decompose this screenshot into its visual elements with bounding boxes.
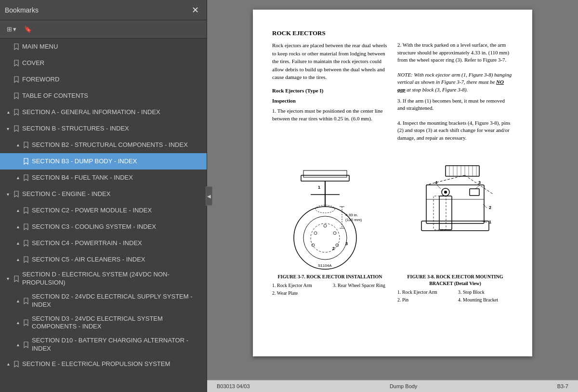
right-column: 2. With the truck parked on a level surf… bbox=[397, 41, 513, 142]
bookmark-label: SECTION D3 - 24VDC ELECTRICAL SYSTEM COM… bbox=[32, 315, 203, 331]
bookmark-icon bbox=[13, 76, 20, 83]
svg-text:4: 4 bbox=[435, 180, 437, 185]
figures-area: 4.33 in. (110 mm) 1 2 3 S1104A bbox=[272, 146, 513, 303]
expand-arrow-icon: ▸ bbox=[13, 223, 21, 231]
svg-point-19 bbox=[333, 232, 336, 235]
bookmark-item-section-d[interactable]: ▾SECTION D - ELECTRICAL SYSTEM (24VDC NO… bbox=[0, 268, 207, 290]
figure-3-7: 4.33 in. (110 mm) 1 2 3 S1104A bbox=[272, 146, 388, 303]
expand-all-button[interactable]: ⊞ ▾ bbox=[4, 24, 19, 35]
bookmark-item-section-b2[interactable]: ▸SECTION B2 - STRUCTURAL COMPONENTS - IN… bbox=[0, 137, 207, 153]
right-item-4: 4. Inspect the mounting brackets (4, Fig… bbox=[397, 119, 513, 142]
bookmark-label: SECTION C2 - POWER MODULE - INDEX bbox=[32, 207, 203, 215]
bookmark-icon bbox=[13, 275, 20, 283]
bookmark-add-button[interactable]: 🔖 bbox=[21, 24, 35, 35]
bookmark-item-section-c4[interactable]: ▸SECTION C4 - POWERTRAIN - INDEX bbox=[0, 235, 207, 251]
expand-arrow-icon: ▸ bbox=[13, 341, 21, 349]
svg-line-36 bbox=[483, 204, 487, 208]
bookmark-label: SECTION E - ELECTRICAL PROPULSION SYSTEM bbox=[22, 360, 203, 368]
expand-arrow-icon: ▸ bbox=[13, 207, 21, 214]
sidebar-title: Bookmarks bbox=[5, 6, 39, 14]
bookmark-item-section-d2[interactable]: ▸SECTION D2 - 24VDC ELECTRICAL SUPPLY SY… bbox=[0, 290, 207, 312]
bookmark-item-cover[interactable]: ▸COVER bbox=[0, 55, 207, 71]
bookmark-label: SECTION C4 - POWERTRAIN - INDEX bbox=[32, 239, 203, 248]
bookmark-icon bbox=[22, 256, 30, 263]
expand-arrow-icon: ▾ bbox=[4, 275, 12, 283]
figure-3-7-legend: 1. Rock Ejector Arm 3. Rear Wheel Spacer… bbox=[272, 282, 388, 297]
bookmark-icon bbox=[22, 297, 30, 305]
svg-rect-3 bbox=[301, 175, 349, 181]
right-item-3: 3. If the arm (1) becomes bent, it must … bbox=[397, 97, 513, 112]
bookmark-icon bbox=[22, 141, 30, 149]
svg-rect-40 bbox=[446, 166, 479, 176]
bookmarks-panel: Bookmarks ✕ ⊞ ▾ 🔖 ▸MAIN MENU▸COVER▸FOREW… bbox=[0, 0, 207, 392]
bookmark-item-section-c[interactable]: ▾SECTION C - ENGINE - INDEX bbox=[0, 186, 207, 202]
bookmark-label: SECTION C3 - COOLING SYSTEM - INDEX bbox=[32, 223, 203, 231]
bookmark-icon bbox=[13, 190, 20, 198]
inspection-label: Inspection bbox=[272, 97, 388, 105]
bookmark-item-section-b3[interactable]: ▸SECTION B3 - DUMP BODY - INDEX bbox=[0, 153, 207, 170]
bookmark-item-section-c2[interactable]: ▸SECTION C2 - POWER MODULE - INDEX bbox=[0, 202, 207, 219]
bookmark-icon bbox=[13, 360, 20, 368]
expand-arrow-icon: ▸ bbox=[13, 319, 21, 327]
bookmark-icon bbox=[22, 341, 30, 349]
bookmark-item-main-menu[interactable]: ▸MAIN MENU bbox=[0, 39, 207, 55]
bookmark-item-section-a[interactable]: ▸SECTION A - GENERAL INFORMATION - INDEX bbox=[0, 104, 207, 120]
svg-rect-22 bbox=[426, 185, 484, 223]
bookmark-icon bbox=[13, 43, 20, 51]
bookmark-item-section-d10[interactable]: ▸SECTION D10 - BATTERY CHARGING ALTERNAT… bbox=[0, 334, 207, 356]
bookmark-icon bbox=[13, 125, 20, 132]
svg-text:(110 mm): (110 mm) bbox=[345, 218, 362, 222]
bookmark-icon bbox=[22, 239, 30, 247]
bookmark-label: SECTION C5 - AIR CLEANERS - INDEX bbox=[32, 256, 203, 264]
figure-3-8-legend: 1. Rock Ejector Arm 3. Stop Block 2. Pin… bbox=[397, 289, 513, 303]
page-container[interactable]: ROCK EJECTORS Rock ejectors are placed b… bbox=[207, 0, 578, 380]
bookmark-label: SECTION D2 - 24VDC ELECTRICAL SUPPLY SYS… bbox=[32, 293, 203, 309]
bookmark-item-section-e[interactable]: ▸SECTION E - ELECTRICAL PROPULSION SYSTE… bbox=[0, 356, 207, 372]
svg-text:4.33 in.: 4.33 in. bbox=[345, 213, 358, 217]
legend-item: 3. Rear Wheel Spacer Ring bbox=[333, 282, 388, 289]
svg-point-18 bbox=[314, 232, 317, 235]
bookmark-item-section-b[interactable]: ▾SECTION B - STRUCTURES - INDEX bbox=[0, 120, 207, 137]
legend-item: 1. Rock Ejector Arm bbox=[397, 289, 452, 296]
svg-line-38 bbox=[426, 175, 465, 185]
legend-item: 4. Mounting Bracket bbox=[458, 297, 513, 303]
svg-text:2: 2 bbox=[332, 246, 335, 251]
bookmark-icon bbox=[13, 59, 20, 67]
page-footer: B03013 04/03 Dump Body B3-7 bbox=[207, 380, 578, 392]
svg-text:2: 2 bbox=[489, 205, 491, 210]
bookmark-label: COVER bbox=[22, 59, 203, 67]
svg-point-1 bbox=[303, 216, 347, 260]
bookmark-label: FOREWORD bbox=[22, 76, 203, 84]
bookmark-label: SECTION A - GENERAL INFORMATION - INDEX bbox=[22, 108, 203, 117]
sidebar-collapse-button[interactable]: ◀ bbox=[206, 186, 212, 206]
bookmark-item-section-b4[interactable]: ▸SECTION B4 - FUEL TANK - INDEX bbox=[0, 170, 207, 186]
sidebar-toolbar: ⊞ ▾ 🔖 bbox=[0, 20, 207, 39]
bookmark-icon: 🔖 bbox=[24, 26, 32, 33]
expand-arrow-icon: ▸ bbox=[4, 108, 12, 116]
bookmark-item-toc[interactable]: ▸TABLE OF CONTENTS bbox=[0, 88, 207, 104]
svg-point-20 bbox=[312, 244, 315, 247]
expand-arrow-icon: ▾ bbox=[4, 190, 12, 198]
figure-3-7-svg: 4.33 in. (110 mm) 1 2 3 S1104A bbox=[272, 146, 388, 272]
list-item: 1. The ejectors must be positioned on th… bbox=[272, 107, 388, 122]
bookmark-item-foreword[interactable]: ▸FOREWORD bbox=[0, 71, 207, 88]
svg-rect-27 bbox=[439, 196, 452, 230]
bookmark-label: SECTION B - STRUCTURES - INDEX bbox=[22, 125, 203, 133]
bookmark-icon bbox=[22, 157, 30, 165]
bookmark-item-section-d3[interactable]: ▸SECTION D3 - 24VDC ELECTRICAL SYSTEM CO… bbox=[0, 312, 207, 334]
collapse-arrow-icon: ◀ bbox=[207, 194, 211, 199]
bookmark-icon bbox=[22, 207, 30, 214]
bookmark-label: MAIN MENU bbox=[22, 43, 203, 51]
bookmark-item-section-c3[interactable]: ▸SECTION C3 - COOLING SYSTEM - INDEX bbox=[0, 219, 207, 235]
svg-text:3: 3 bbox=[345, 241, 348, 246]
expand-arrow-icon: ▸ bbox=[13, 239, 21, 247]
legend-item: 1. Rock Ejector Arm bbox=[272, 282, 327, 289]
footer-right: B3-7 bbox=[557, 383, 568, 389]
legend-item: 3. Stop Block bbox=[458, 289, 513, 296]
bookmark-icon bbox=[13, 92, 20, 100]
expand-arrow-icon: ▸ bbox=[13, 256, 21, 263]
svg-rect-29 bbox=[421, 221, 489, 231]
close-button[interactable]: ✕ bbox=[189, 4, 202, 16]
bookmark-item-section-c5[interactable]: ▸SECTION C5 - AIR CLEANERS - INDEX bbox=[0, 251, 207, 268]
bookmark-icon bbox=[22, 223, 30, 231]
